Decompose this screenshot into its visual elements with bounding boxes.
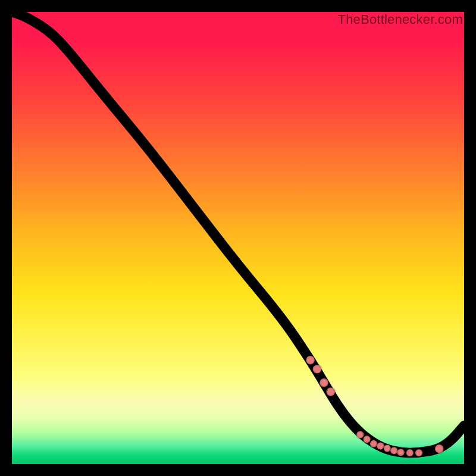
bottleneck-curve xyxy=(12,12,464,453)
marker-point xyxy=(415,449,422,456)
curve-svg xyxy=(12,12,464,464)
marker-point xyxy=(364,436,371,443)
marker-point xyxy=(406,449,414,456)
marker-group xyxy=(306,356,443,456)
marker-point xyxy=(320,378,328,387)
marker-point xyxy=(313,365,321,373)
marker-point xyxy=(397,449,405,456)
marker-point xyxy=(306,356,314,364)
marker-point xyxy=(435,444,443,453)
marker-point xyxy=(356,431,364,439)
marker-point xyxy=(327,387,335,396)
chart-frame: TheBottlenecker.com xyxy=(0,0,476,476)
plot-area: TheBottlenecker.com xyxy=(12,12,464,464)
